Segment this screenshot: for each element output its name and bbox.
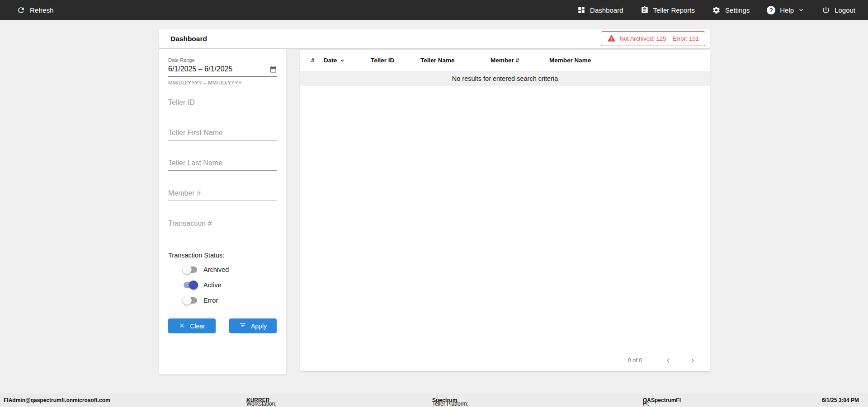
nav-settings[interactable]: Settings — [712, 6, 750, 14]
clear-button[interactable]: Clear — [168, 318, 216, 333]
page-title: Dashboard — [170, 35, 207, 43]
calendar-icon[interactable] — [269, 65, 277, 73]
refresh-label: Refresh — [30, 6, 54, 14]
error-switch[interactable] — [183, 296, 198, 305]
logged-in-user: FIAdmin@qaspectrumfi.onmicrosoft.com — [4, 397, 110, 403]
transaction-number-field — [168, 220, 277, 231]
chevron-right-icon[interactable] — [688, 356, 697, 365]
column-header-teller-name[interactable]: Teller Name — [420, 57, 491, 64]
sort-desc-icon — [339, 57, 346, 64]
toggle-error-label: Error — [203, 297, 218, 304]
teller-id-field — [168, 98, 277, 110]
column-header-member-name[interactable]: Member Name — [549, 57, 710, 64]
clipboard-icon — [641, 6, 649, 14]
teller-last-name-field — [168, 159, 277, 171]
nav-dashboard[interactable]: Dashboard — [577, 6, 623, 14]
empty-results-message: No results for entered search criteria — [300, 71, 710, 86]
nav-logout-label: Logout — [835, 6, 855, 14]
teller-first-name-field — [168, 129, 277, 140]
archived-switch[interactable] — [183, 265, 198, 274]
toggle-active[interactable]: Active — [183, 281, 277, 290]
status-bar: FIAdmin@qaspectrumfi.onmicrosoft.com Wor… — [0, 393, 868, 407]
page-header-card: Dashboard Not Archived: 125 Error: 151 — [159, 29, 710, 48]
alert-error-count: Error: 151 — [673, 35, 699, 42]
nav-help[interactable]: ? Help — [767, 6, 805, 14]
teller-last-name-input[interactable] — [168, 159, 277, 171]
top-nav-bar: Refresh Dashboard Teller Reports Setting… — [0, 0, 868, 20]
date-range-input[interactable] — [168, 65, 269, 73]
filter-panel: Date Range MM/DD/YYYY – MM/DD/YYYY Trans… — [159, 49, 286, 374]
status-datetime: 6/1/25 3:04 PM — [822, 397, 859, 403]
teller-platform-info: Teller Platform: Spectrum — [432, 397, 457, 403]
transaction-status-label: Transaction Status: — [168, 252, 277, 259]
column-header-date[interactable]: Date — [324, 57, 371, 64]
nav-dashboard-label: Dashboard — [590, 6, 623, 14]
table-header-row: # Date Teller ID Teller Name Member # Me… — [300, 50, 710, 71]
nav-help-label: Help — [780, 6, 794, 14]
nav-right-group: Dashboard Teller Reports Settings ? Help — [577, 6, 855, 14]
active-switch[interactable] — [183, 281, 198, 290]
column-header-number: # — [311, 57, 324, 64]
alert-badge: Not Archived: 125 Error: 151 — [601, 31, 705, 46]
chevron-down-icon — [797, 6, 805, 14]
help-icon: ? — [767, 6, 775, 14]
toggle-active-label: Active — [203, 281, 222, 289]
filter-icon — [239, 322, 246, 330]
gear-icon — [712, 6, 721, 14]
pagination: 0 of 0 — [628, 356, 697, 365]
toggle-error[interactable]: Error — [183, 296, 277, 305]
apply-button[interactable]: Apply — [229, 318, 277, 333]
apply-button-label: Apply — [251, 323, 267, 330]
dashboard-icon — [577, 6, 585, 14]
member-number-input[interactable] — [168, 189, 277, 201]
refresh-icon — [17, 6, 25, 14]
warning-icon — [607, 34, 616, 44]
column-header-member-number[interactable]: Member # — [491, 57, 549, 64]
transaction-number-input[interactable] — [168, 220, 277, 231]
refresh-button[interactable]: Refresh — [17, 6, 54, 14]
nav-teller-reports[interactable]: Teller Reports — [641, 6, 695, 14]
toggle-archived-label: Archived — [203, 266, 229, 273]
workstation-info: Workstation: KURRER — [246, 397, 269, 403]
results-table-card: # Date Teller ID Teller Name Member # Me… — [300, 50, 710, 371]
alert-not-archived-count: Not Archived: 125 — [620, 35, 666, 42]
chevron-left-icon[interactable] — [664, 356, 673, 365]
teller-first-name-input[interactable] — [168, 129, 277, 140]
nav-teller-reports-label: Teller Reports — [653, 6, 695, 14]
clear-button-label: Clear — [190, 323, 205, 330]
page-count: 0 of 0 — [628, 357, 642, 364]
close-icon — [179, 322, 185, 330]
toggle-archived[interactable]: Archived — [183, 265, 277, 274]
app-window: Refresh Dashboard Teller Reports Setting… — [0, 0, 868, 407]
nav-settings-label: Settings — [725, 6, 750, 14]
column-header-teller-id[interactable]: Teller ID — [371, 57, 420, 64]
date-range-label: Date Range — [168, 57, 277, 63]
date-format-hint: MM/DD/YYYY – MM/DD/YYYY — [168, 80, 277, 85]
teller-id-input[interactable] — [168, 98, 277, 110]
date-range-field: Date Range MM/DD/YYYY – MM/DD/YYYY — [168, 57, 277, 85]
member-number-field — [168, 189, 277, 201]
fi-info: FI: QASpectrumFI — [643, 397, 681, 403]
nav-logout[interactable]: Logout — [822, 6, 855, 14]
power-icon — [822, 6, 830, 14]
